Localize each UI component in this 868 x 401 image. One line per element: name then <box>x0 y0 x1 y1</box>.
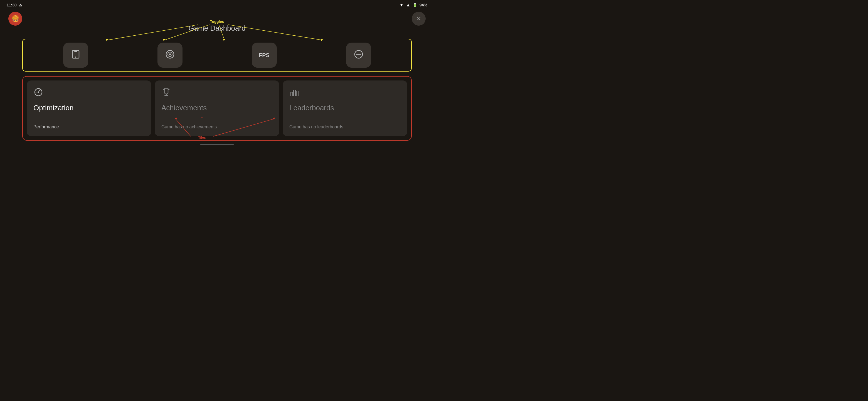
fps-label: FPS <box>259 52 270 58</box>
toggles-border: FPS <box>22 39 412 71</box>
leaderboards-tile[interactable]: Leaderboards Game has no leaderboards <box>283 81 407 136</box>
optimization-title: Optimization <box>33 104 145 112</box>
warning-icon: ⚠ <box>19 3 22 7</box>
main-content: Toggles Tiles Game Dashboard <box>0 10 434 145</box>
toggles-section: FPS <box>22 39 412 71</box>
minus-toggle-button[interactable] <box>346 42 371 68</box>
battery-percentage: 94% <box>420 3 427 7</box>
screen-icon <box>71 49 81 61</box>
home-indicator <box>200 144 234 145</box>
leaderboards-icon <box>289 87 401 99</box>
tiles-section: Optimization Performance Achievements Ga… <box>22 76 412 141</box>
wifi-icon: ▼ <box>399 2 404 7</box>
achievements-tile[interactable]: Achievements Game has no achievements <box>155 81 279 136</box>
signal-icon: ▲ <box>406 2 410 7</box>
time-display: 11:30 <box>7 3 17 7</box>
status-right: ▼ ▲ 🔋 94% <box>399 2 427 7</box>
status-left: 11:30 ⚠ <box>7 3 22 7</box>
dashboard-title: Game Dashboard <box>188 24 245 33</box>
svg-rect-30 <box>296 91 298 96</box>
optimization-icon <box>33 87 145 99</box>
minus-icon <box>353 49 364 61</box>
optimization-tile[interactable]: Optimization Performance <box>27 81 151 136</box>
svg-point-21 <box>169 54 171 55</box>
svg-line-1 <box>107 25 198 40</box>
svg-point-18 <box>75 57 76 58</box>
svg-text:Toggles: Toggles <box>210 20 224 24</box>
record-toggle-button[interactable] <box>157 42 183 68</box>
battery-icon: 🔋 <box>412 3 417 7</box>
achievements-icon <box>161 87 273 99</box>
leaderboards-subtitle: Game has no leaderboards <box>289 124 401 130</box>
status-bar: 11:30 ⚠ ▼ ▲ 🔋 94% <box>0 0 434 10</box>
tiles-border: Optimization Performance Achievements Ga… <box>22 76 412 141</box>
svg-rect-28 <box>291 92 293 96</box>
record-icon <box>165 49 175 61</box>
achievements-title: Achievements <box>161 104 273 112</box>
svg-rect-29 <box>293 90 296 96</box>
screen-toggle-button[interactable] <box>63 42 88 68</box>
fps-toggle-button[interactable]: FPS <box>252 42 277 68</box>
achievements-subtitle: Game has no achievements <box>161 124 273 130</box>
optimization-subtitle: Performance <box>33 124 145 130</box>
leaderboards-title: Leaderboards <box>289 104 401 112</box>
